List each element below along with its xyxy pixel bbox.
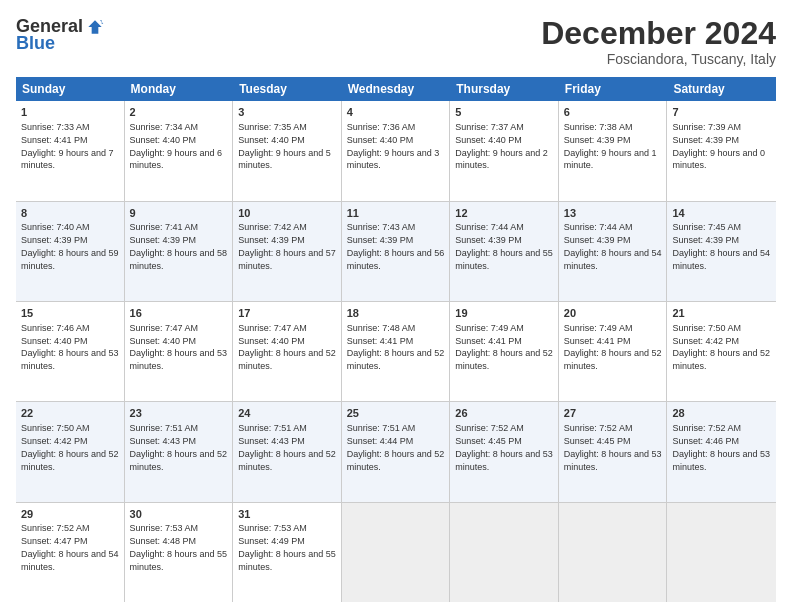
sunset-info: Sunset: 4:41 PM [347, 336, 414, 346]
sunset-info: Sunset: 4:43 PM [130, 436, 197, 446]
calendar-cell: 1 Sunrise: 7:33 AM Sunset: 4:41 PM Dayli… [16, 101, 125, 200]
day-number: 15 [21, 306, 119, 321]
daylight-info: Daylight: 9 hours and 0 minutes. [672, 148, 765, 171]
day-number: 12 [455, 206, 553, 221]
calendar-cell: 9 Sunrise: 7:41 AM Sunset: 4:39 PM Dayli… [125, 202, 234, 301]
calendar-cell [667, 503, 776, 602]
day-number: 21 [672, 306, 771, 321]
daylight-info: Daylight: 8 hours and 57 minutes. [238, 248, 336, 271]
day-number: 8 [21, 206, 119, 221]
daylight-info: Daylight: 8 hours and 52 minutes. [21, 449, 119, 472]
sunset-info: Sunset: 4:41 PM [21, 135, 88, 145]
day-number: 25 [347, 406, 445, 421]
header-friday: Friday [559, 77, 668, 101]
calendar-cell: 29 Sunrise: 7:52 AM Sunset: 4:47 PM Dayl… [16, 503, 125, 602]
sunset-info: Sunset: 4:45 PM [564, 436, 631, 446]
calendar-cell: 3 Sunrise: 7:35 AM Sunset: 4:40 PM Dayli… [233, 101, 342, 200]
sunrise-info: Sunrise: 7:40 AM [21, 222, 90, 232]
calendar-cell: 7 Sunrise: 7:39 AM Sunset: 4:39 PM Dayli… [667, 101, 776, 200]
location: Fosciandora, Tuscany, Italy [541, 51, 776, 67]
daylight-info: Daylight: 8 hours and 53 minutes. [455, 449, 553, 472]
sunset-info: Sunset: 4:39 PM [21, 235, 88, 245]
daylight-info: Daylight: 8 hours and 55 minutes. [455, 248, 553, 271]
sunrise-info: Sunrise: 7:49 AM [455, 323, 524, 333]
sunrise-info: Sunrise: 7:34 AM [130, 122, 199, 132]
sunrise-info: Sunrise: 7:38 AM [564, 122, 633, 132]
sunset-info: Sunset: 4:48 PM [130, 536, 197, 546]
sunset-info: Sunset: 4:39 PM [130, 235, 197, 245]
daylight-info: Daylight: 8 hours and 55 minutes. [130, 549, 228, 572]
sunset-info: Sunset: 4:42 PM [21, 436, 88, 446]
sunrise-info: Sunrise: 7:53 AM [130, 523, 199, 533]
daylight-info: Daylight: 8 hours and 59 minutes. [21, 248, 119, 271]
calendar-row-3: 15 Sunrise: 7:46 AM Sunset: 4:40 PM Dayl… [16, 302, 776, 402]
calendar-cell: 22 Sunrise: 7:50 AM Sunset: 4:42 PM Dayl… [16, 402, 125, 501]
daylight-info: Daylight: 8 hours and 56 minutes. [347, 248, 445, 271]
calendar-cell: 21 Sunrise: 7:50 AM Sunset: 4:42 PM Dayl… [667, 302, 776, 401]
sunset-info: Sunset: 4:39 PM [672, 235, 739, 245]
calendar-cell: 16 Sunrise: 7:47 AM Sunset: 4:40 PM Dayl… [125, 302, 234, 401]
sunrise-info: Sunrise: 7:44 AM [564, 222, 633, 232]
calendar-cell [559, 503, 668, 602]
sunrise-info: Sunrise: 7:44 AM [455, 222, 524, 232]
daylight-info: Daylight: 9 hours and 2 minutes. [455, 148, 548, 171]
page-header: General Blue December 2024 Fosciandora, … [16, 16, 776, 67]
sunset-info: Sunset: 4:42 PM [672, 336, 739, 346]
day-number: 28 [672, 406, 771, 421]
calendar-cell [450, 503, 559, 602]
calendar-cell: 14 Sunrise: 7:45 AM Sunset: 4:39 PM Dayl… [667, 202, 776, 301]
sunrise-info: Sunrise: 7:52 AM [672, 423, 741, 433]
sunset-info: Sunset: 4:39 PM [238, 235, 305, 245]
daylight-info: Daylight: 8 hours and 52 minutes. [238, 449, 336, 472]
header-wednesday: Wednesday [342, 77, 451, 101]
day-number: 9 [130, 206, 228, 221]
calendar-cell: 28 Sunrise: 7:52 AM Sunset: 4:46 PM Dayl… [667, 402, 776, 501]
day-number: 4 [347, 105, 445, 120]
sunset-info: Sunset: 4:43 PM [238, 436, 305, 446]
daylight-info: Daylight: 9 hours and 3 minutes. [347, 148, 440, 171]
daylight-info: Daylight: 8 hours and 52 minutes. [455, 348, 553, 371]
calendar-cell: 26 Sunrise: 7:52 AM Sunset: 4:45 PM Dayl… [450, 402, 559, 501]
daylight-info: Daylight: 9 hours and 6 minutes. [130, 148, 223, 171]
sunset-info: Sunset: 4:41 PM [564, 336, 631, 346]
sunset-info: Sunset: 4:40 PM [238, 336, 305, 346]
sunrise-info: Sunrise: 7:51 AM [238, 423, 307, 433]
header-tuesday: Tuesday [233, 77, 342, 101]
sunrise-info: Sunrise: 7:53 AM [238, 523, 307, 533]
calendar-cell: 19 Sunrise: 7:49 AM Sunset: 4:41 PM Dayl… [450, 302, 559, 401]
logo: General Blue [16, 16, 105, 54]
calendar-cell: 18 Sunrise: 7:48 AM Sunset: 4:41 PM Dayl… [342, 302, 451, 401]
calendar-cell: 25 Sunrise: 7:51 AM Sunset: 4:44 PM Dayl… [342, 402, 451, 501]
sunset-info: Sunset: 4:39 PM [564, 235, 631, 245]
sunrise-info: Sunrise: 7:37 AM [455, 122, 524, 132]
daylight-info: Daylight: 8 hours and 52 minutes. [347, 449, 445, 472]
day-number: 23 [130, 406, 228, 421]
daylight-info: Daylight: 9 hours and 5 minutes. [238, 148, 331, 171]
day-number: 19 [455, 306, 553, 321]
calendar-cell: 4 Sunrise: 7:36 AM Sunset: 4:40 PM Dayli… [342, 101, 451, 200]
calendar-header: Sunday Monday Tuesday Wednesday Thursday… [16, 77, 776, 101]
sunrise-info: Sunrise: 7:49 AM [564, 323, 633, 333]
calendar-cell: 5 Sunrise: 7:37 AM Sunset: 4:40 PM Dayli… [450, 101, 559, 200]
day-number: 2 [130, 105, 228, 120]
calendar-cell: 24 Sunrise: 7:51 AM Sunset: 4:43 PM Dayl… [233, 402, 342, 501]
day-number: 11 [347, 206, 445, 221]
sunset-info: Sunset: 4:41 PM [455, 336, 522, 346]
sunrise-info: Sunrise: 7:52 AM [21, 523, 90, 533]
sunset-info: Sunset: 4:39 PM [564, 135, 631, 145]
sunrise-info: Sunrise: 7:39 AM [672, 122, 741, 132]
calendar-cell: 13 Sunrise: 7:44 AM Sunset: 4:39 PM Dayl… [559, 202, 668, 301]
title-section: December 2024 Fosciandora, Tuscany, Ital… [541, 16, 776, 67]
sunrise-info: Sunrise: 7:52 AM [455, 423, 524, 433]
sunset-info: Sunset: 4:40 PM [347, 135, 414, 145]
sunset-info: Sunset: 4:40 PM [238, 135, 305, 145]
day-number: 17 [238, 306, 336, 321]
day-number: 31 [238, 507, 336, 522]
sunrise-info: Sunrise: 7:41 AM [130, 222, 199, 232]
sunrise-info: Sunrise: 7:36 AM [347, 122, 416, 132]
calendar-cell [342, 503, 451, 602]
sunrise-info: Sunrise: 7:52 AM [564, 423, 633, 433]
daylight-info: Daylight: 8 hours and 52 minutes. [347, 348, 445, 371]
sunrise-info: Sunrise: 7:50 AM [21, 423, 90, 433]
day-number: 5 [455, 105, 553, 120]
